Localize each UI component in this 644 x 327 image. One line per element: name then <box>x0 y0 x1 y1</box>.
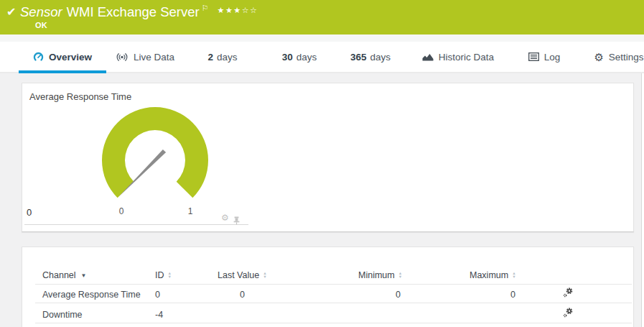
sensor-title: SensorWMI Exchange Server⚐★★★☆☆ <box>20 4 258 20</box>
table-divider <box>35 323 632 323</box>
channel-minimum: 0 <box>329 290 401 300</box>
channel-last-value: 0 <box>173 290 245 300</box>
table-divider <box>35 284 632 285</box>
tab-2-days-label: days <box>217 52 238 63</box>
flag-icon[interactable]: ⚐ <box>202 4 209 12</box>
tab-settings-label: Settings <box>609 52 644 63</box>
channel-settings-icon[interactable] <box>563 308 573 318</box>
priority-stars[interactable]: ★★★☆☆ <box>218 6 258 14</box>
tab-overview[interactable]: Overview <box>19 42 106 72</box>
tab-30-days-number: 30 <box>282 52 293 63</box>
sensor-title-prefix: Sensor <box>20 4 62 19</box>
gauge-pin-icon[interactable] <box>233 215 241 228</box>
gauge-scale-min: 0 <box>117 206 126 216</box>
tab-historic-data-label: Historic Data <box>439 52 494 63</box>
tab-live-data-label: Live Data <box>134 52 174 63</box>
gauge-axis-line <box>24 224 248 225</box>
tab-settings[interactable]: ⚙ Settings <box>591 42 644 72</box>
tab-log[interactable]: Log <box>523 42 566 72</box>
sort-icon: ▲▼ <box>398 272 402 279</box>
sort-icon: ▲▼ <box>512 272 515 279</box>
channel-maximum: 0 <box>444 290 515 300</box>
tab-log-label: Log <box>544 52 561 63</box>
tab-365-days[interactable]: 365 days <box>347 42 393 72</box>
column-header-id[interactable]: ID ▲▼ <box>155 270 172 281</box>
status-check-icon: ✔ <box>6 5 16 19</box>
broadcast-icon <box>116 52 129 62</box>
gauge-title: Average Response Time <box>29 91 131 102</box>
tab-365-days-number: 365 <box>350 52 367 63</box>
tab-30-days[interactable]: 30 days <box>279 42 319 72</box>
gauge-scale-max: 1 <box>186 206 195 216</box>
sensor-title-name: WMI Exchange Server <box>67 4 200 19</box>
tab-30-days-label: days <box>297 52 317 63</box>
sort-icon: ▲▼ <box>263 272 266 279</box>
area-chart-icon <box>422 52 434 61</box>
column-header-last-value[interactable]: Last Value ▲▼ <box>218 270 267 281</box>
header-divider-strip <box>0 34 644 42</box>
channel-name: Average Response Time <box>42 290 141 300</box>
channel-table: Channel ▼ ID ▲▼ Last Value ▲▼ Minimum ▲▼… <box>22 247 634 327</box>
tab-2-days[interactable]: 2 days <box>203 42 242 72</box>
gauge-settings-icon[interactable]: ⚙ <box>221 213 229 222</box>
overview-content: Average Response Time 0 1 0 ⚙ <box>0 73 642 327</box>
status-badge: OK <box>35 21 47 29</box>
gauge-axis-label: 0 <box>27 207 32 218</box>
log-list-icon <box>528 52 539 61</box>
tab-365-days-label: days <box>370 52 391 63</box>
tab-historic-data[interactable]: Historic Data <box>415 42 501 72</box>
sort-icon: ▲▼ <box>168 272 172 279</box>
sensor-tabbar: Overview Live Data 2 days 30 days 365 da… <box>0 42 644 73</box>
gear-icon: ⚙ <box>594 52 603 63</box>
channel-settings-icon[interactable] <box>563 287 573 298</box>
sensor-header: ✔ SensorWMI Exchange Server⚐★★★☆☆ OK <box>0 0 644 34</box>
channel-id: 0 <box>155 290 160 300</box>
tab-overview-label: Overview <box>49 52 92 63</box>
table-divider <box>35 303 632 303</box>
gauge-panel: Average Response Time 0 1 0 ⚙ <box>22 83 634 232</box>
column-header-maximum[interactable]: Maximum ▲▼ <box>470 270 516 281</box>
sort-desc-icon: ▼ <box>81 272 87 279</box>
response-time-gauge <box>98 103 213 203</box>
prtg-sensor-page: ✔ SensorWMI Exchange Server⚐★★★☆☆ OK Ove… <box>0 0 644 327</box>
channel-id: -4 <box>155 310 163 320</box>
gauge-icon <box>33 52 44 63</box>
channel-name: Downtime <box>42 310 83 320</box>
column-header-channel[interactable]: Channel ▼ <box>42 270 87 281</box>
tab-2-days-number: 2 <box>207 52 213 63</box>
tab-live-data[interactable]: Live Data <box>115 42 175 72</box>
column-header-minimum[interactable]: Minimum ▲▼ <box>358 270 402 281</box>
